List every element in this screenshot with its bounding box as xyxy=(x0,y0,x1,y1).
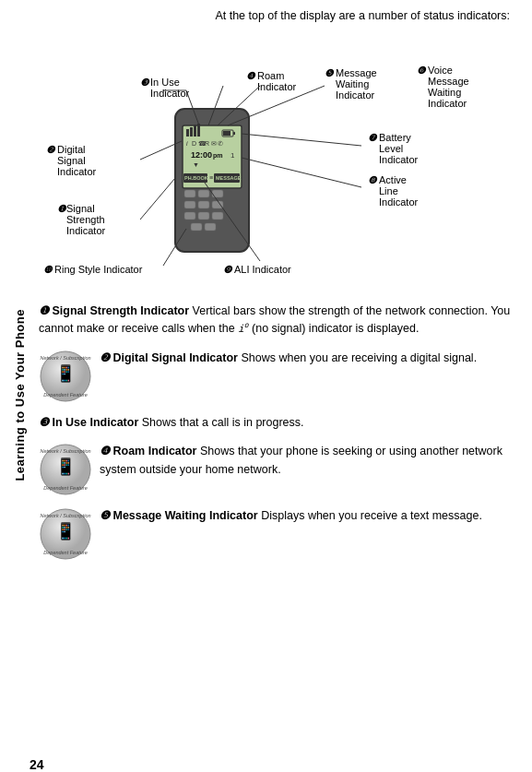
svg-rect-34 xyxy=(205,223,216,231)
svg-text:Indicator: Indicator xyxy=(336,89,375,101)
svg-text:≡: ≡ xyxy=(209,174,213,181)
indicator-3: ❸ In Use Indicator Shows that a call is … xyxy=(39,414,514,432)
svg-line-70 xyxy=(242,158,361,187)
svg-text:Dependent Feature: Dependent Feature xyxy=(43,485,87,491)
svg-text:ALI Indicator: ALI Indicator xyxy=(234,264,291,275)
svg-text:❺: ❺ xyxy=(325,67,335,78)
indicator-1: ❶ Signal Strength Indicator Vertical bar… xyxy=(39,303,514,338)
network-badge-4: Network / Subscription 📱 Dependent Featu… xyxy=(39,443,92,496)
indicator-2-num: ❷ xyxy=(100,351,110,364)
svg-text:❿: ❿ xyxy=(43,264,53,275)
svg-text:Signal: Signal xyxy=(57,155,86,166)
svg-rect-25 xyxy=(198,190,209,197)
svg-text:D: D xyxy=(192,140,196,147)
svg-rect-33 xyxy=(191,223,202,231)
svg-text:Indicator: Indicator xyxy=(379,154,419,165)
indicator-4-num: ❹ xyxy=(100,445,110,457)
svg-rect-14 xyxy=(223,131,231,136)
svg-text:📱: 📱 xyxy=(55,457,77,477)
indicator-1-desc2: (no signal) indicator is displayed. xyxy=(252,322,419,335)
phone-diagram: i D ☎ R ✉ ✆ 12:00 pm 1 xyxy=(39,35,527,293)
svg-text:❹: ❹ xyxy=(246,70,256,81)
svg-text:MESSAGE: MESSAGE xyxy=(216,175,242,181)
svg-text:Waiting: Waiting xyxy=(336,78,369,89)
indicator-4-title: Roam Indicator xyxy=(112,445,196,457)
indicator-3-desc: Shows that a call is in progress. xyxy=(142,416,304,429)
svg-rect-31 xyxy=(198,212,209,220)
svg-rect-3 xyxy=(190,127,193,137)
svg-line-65 xyxy=(242,134,361,146)
svg-text:✆: ✆ xyxy=(218,140,223,147)
svg-text:✉: ✉ xyxy=(211,140,217,147)
svg-rect-2 xyxy=(186,129,189,137)
svg-rect-27 xyxy=(184,201,195,208)
svg-rect-26 xyxy=(212,190,223,197)
svg-rect-4 xyxy=(194,125,196,137)
svg-text:Digital: Digital xyxy=(57,144,86,155)
indicators-section: ❶ Signal Strength Indicator Vertical bar… xyxy=(39,303,514,561)
diagram-svg: i D ☎ R ✉ ✆ 12:00 pm 1 xyxy=(39,35,527,293)
svg-rect-30 xyxy=(184,212,195,220)
svg-text:❽: ❽ xyxy=(368,174,378,185)
svg-text:1: 1 xyxy=(231,151,235,160)
network-badge-2: Network / Subscription 📱 Dependent Featu… xyxy=(39,350,92,403)
svg-rect-13 xyxy=(233,132,235,135)
svg-rect-28 xyxy=(198,201,209,208)
svg-text:Level: Level xyxy=(379,143,403,154)
indicator-2-title: Digital Signal Indicator xyxy=(112,351,237,364)
indicator-5: Network / Subscription 📱 Dependent Featu… xyxy=(39,507,514,561)
indicator-1-num: ❶ xyxy=(39,304,49,317)
indicator-3-title: In Use Indicator xyxy=(52,416,138,429)
svg-text:Ring Style Indicator: Ring Style Indicator xyxy=(54,264,143,275)
svg-text:pm: pm xyxy=(213,152,223,160)
page-header: At the top of the display are a number o… xyxy=(39,9,514,22)
svg-text:Roam: Roam xyxy=(257,70,284,81)
svg-text:Waiting: Waiting xyxy=(428,87,461,98)
indicator-5-title: Message Waiting Indicator xyxy=(112,509,257,522)
svg-text:In Use: In Use xyxy=(150,77,180,88)
svg-rect-24 xyxy=(184,190,195,197)
svg-text:❾: ❾ xyxy=(223,264,233,275)
svg-text:Dependent Feature: Dependent Feature xyxy=(43,392,87,398)
indicator-3-num: ❸ xyxy=(39,416,49,429)
svg-rect-29 xyxy=(212,201,223,208)
svg-text:Battery: Battery xyxy=(379,132,411,143)
svg-text:Signal: Signal xyxy=(66,203,95,214)
svg-text:Active: Active xyxy=(379,174,407,185)
svg-rect-32 xyxy=(212,212,223,220)
svg-text:Indicator: Indicator xyxy=(257,81,297,92)
svg-text:📱: 📱 xyxy=(55,363,77,384)
indicator-2-desc: Shows when you are receiving a digital s… xyxy=(241,351,477,364)
indicator-5-desc: Displays when you receive a text message… xyxy=(261,509,482,522)
svg-text:Voice: Voice xyxy=(428,65,453,76)
network-badge-5: Network / Subscription 📱 Dependent Featu… xyxy=(39,507,92,561)
svg-text:Strength: Strength xyxy=(66,214,105,225)
svg-text:Network / Subscription: Network / Subscription xyxy=(40,513,90,518)
svg-text:❷: ❷ xyxy=(46,144,56,155)
svg-text:12:00: 12:00 xyxy=(191,150,212,160)
page-number: 24 xyxy=(30,757,44,772)
svg-text:❻: ❻ xyxy=(417,65,427,76)
svg-text:Line: Line xyxy=(379,185,398,196)
svg-text:❸: ❸ xyxy=(140,77,150,88)
indicator-4: Network / Subscription 📱 Dependent Featu… xyxy=(39,443,514,496)
svg-text:Dependent Feature: Dependent Feature xyxy=(43,550,87,555)
svg-text:Indicator: Indicator xyxy=(379,196,419,208)
indicator-2: Network / Subscription 📱 Dependent Featu… xyxy=(39,350,514,403)
svg-text:Indicator: Indicator xyxy=(57,166,97,177)
svg-text:Message: Message xyxy=(428,76,469,87)
svg-text:Indicator: Indicator xyxy=(66,225,106,236)
svg-text:Indicator: Indicator xyxy=(150,88,190,99)
svg-text:Message: Message xyxy=(336,67,377,78)
svg-line-35 xyxy=(140,178,175,220)
svg-text:❼: ❼ xyxy=(368,132,378,143)
indicator-5-num: ❺ xyxy=(100,509,110,522)
svg-text:📱: 📱 xyxy=(55,521,77,541)
svg-text:Indicator: Indicator xyxy=(428,98,467,109)
svg-text:Network / Subscription: Network / Subscription xyxy=(40,448,90,454)
sidebar-label: Learning to Use Your Phone xyxy=(13,309,27,481)
svg-text:Network / Subscription: Network / Subscription xyxy=(40,355,90,361)
svg-text:PH.BOOK: PH.BOOK xyxy=(184,175,208,181)
svg-text:▼: ▼ xyxy=(193,161,199,168)
svg-rect-5 xyxy=(197,124,200,137)
